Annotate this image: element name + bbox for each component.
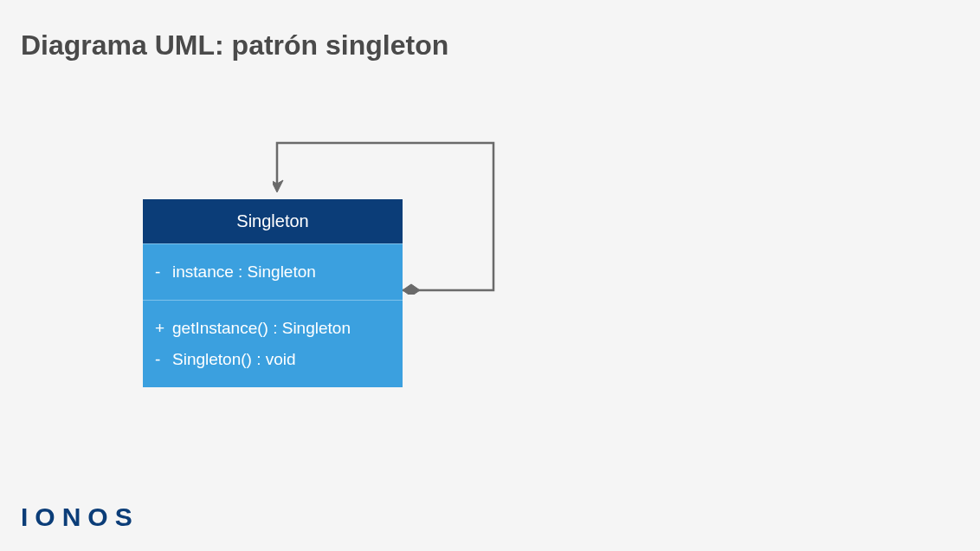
uml-class-name: Singleton <box>143 199 403 243</box>
visibility-marker: + <box>155 313 172 344</box>
uml-class-box: Singleton -instance : Singleton +getInst… <box>143 199 403 387</box>
diagram-title: Diagrama UML: patrón singleton <box>21 29 448 62</box>
uml-attribute: -instance : Singleton <box>155 256 390 288</box>
uml-attributes-section: -instance : Singleton <box>143 243 403 300</box>
visibility-marker: - <box>155 256 172 288</box>
brand-logo: IONOS <box>21 502 139 532</box>
aggregation-diamond-icon <box>403 284 420 295</box>
operation-text: Singleton() : void <box>172 344 296 375</box>
uml-operation: +getInstance() : Singleton <box>155 313 390 344</box>
uml-operations-section: +getInstance() : Singleton -Singleton() … <box>143 300 403 387</box>
diagram-area: Singleton -instance : Singleton +getInst… <box>143 139 506 390</box>
uml-operation: -Singleton() : void <box>155 344 390 375</box>
arrowhead-icon <box>273 180 283 192</box>
attribute-text: instance : Singleton <box>172 256 316 288</box>
visibility-marker: - <box>155 344 172 375</box>
operation-text: getInstance() : Singleton <box>172 313 351 344</box>
